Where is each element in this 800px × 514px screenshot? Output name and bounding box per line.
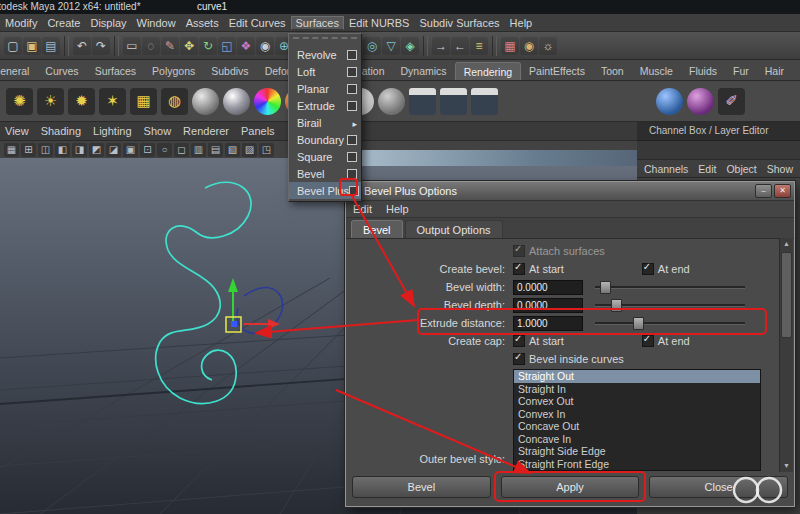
batch-render-icon[interactable] [471, 88, 498, 115]
make-live-icon[interactable]: ◈ [401, 37, 419, 55]
cap-at-end-checkbox[interactable] [642, 335, 654, 347]
isolate-select-icon[interactable]: ⊡ [140, 143, 155, 157]
menu-tearoff-handle[interactable] [293, 37, 357, 44]
new-scene-icon[interactable]: ▢ [4, 37, 22, 55]
extrude-distance-field[interactable]: 1.0000 [513, 316, 583, 331]
render-view-icon[interactable] [440, 88, 467, 115]
minimize-button[interactable]: – [755, 184, 772, 198]
scrollbar-thumb[interactable] [781, 252, 792, 338]
bevel-depth-field[interactable]: 0.0000 [513, 298, 583, 313]
four-pane-icon[interactable]: ⊞ [21, 143, 36, 157]
spot-light-icon[interactable]: ✶ [99, 88, 126, 115]
option-box-icon[interactable] [347, 67, 357, 77]
menu-window[interactable]: Window [132, 16, 181, 30]
style-option[interactable]: Straight Out [514, 370, 760, 383]
style-option[interactable]: Straight In [514, 383, 760, 396]
select-tool-icon[interactable]: ▭ [123, 37, 141, 55]
move-tool-icon[interactable]: ✥ [180, 37, 198, 55]
style-option[interactable]: Straight Front Edge [514, 458, 760, 471]
dialog-menu-edit[interactable]: Edit [346, 203, 379, 215]
shaded-icon[interactable]: ◩ [89, 143, 104, 157]
hypershade-icon[interactable] [656, 88, 683, 115]
ramp-shader-icon[interactable] [254, 88, 281, 115]
panel-menu-item[interactable]: Renderer [176, 125, 236, 137]
open-scene-icon[interactable]: ▣ [23, 37, 41, 55]
close-button[interactable]: Close [649, 476, 788, 498]
apply-button[interactable]: Apply [501, 476, 640, 498]
option-box-icon[interactable] [347, 169, 357, 179]
panel-menu-item[interactable]: View [0, 125, 36, 137]
undo-icon[interactable]: ↶ [73, 37, 91, 55]
option-box-icon[interactable] [347, 152, 357, 162]
menu-display[interactable]: Display [85, 16, 131, 30]
shelf-tab-rendering[interactable]: Rendering [455, 62, 521, 80]
render-settings-icon[interactable]: ☼ [539, 37, 557, 55]
grid-toggle-icon[interactable]: ▤ [208, 143, 223, 157]
bookmark-icon[interactable]: ▥ [191, 143, 206, 157]
menu-help[interactable]: Help [505, 16, 538, 30]
bevel-width-slider[interactable] [595, 281, 745, 293]
wireframe-icon[interactable]: ◨ [72, 143, 87, 157]
channel-box-tab[interactable]: Channels [644, 163, 688, 175]
rotate-tool-icon[interactable]: ↻ [199, 37, 217, 55]
volume-light-icon[interactable]: ◍ [161, 88, 188, 115]
output-connections-icon[interactable]: ← [451, 37, 469, 55]
menu-modify[interactable]: Modify [0, 16, 42, 30]
persp-outliner-icon[interactable]: ◫ [38, 143, 53, 157]
style-option[interactable]: Convex In [514, 408, 760, 421]
textured-icon[interactable]: ◪ [106, 143, 121, 157]
channel-box-tab[interactable]: Edit [698, 163, 716, 175]
shelf-tab-polygons[interactable]: Polygons [144, 62, 203, 80]
blinn-shader-icon[interactable] [223, 88, 250, 115]
lighting-icon[interactable]: ▣ [123, 143, 138, 157]
style-option[interactable]: Concave Out [514, 420, 760, 433]
close-window-button[interactable]: ✕ [774, 184, 791, 198]
option-box-icon[interactable] [347, 50, 357, 60]
area-light-icon[interactable]: ▦ [130, 88, 157, 115]
option-box-icon[interactable] [347, 84, 357, 94]
xray-icon[interactable]: ○ [157, 143, 172, 157]
soft-mod-icon[interactable]: ◉ [256, 37, 274, 55]
bevel-button[interactable]: Bevel [352, 476, 491, 498]
shelf-tab-painteffects[interactable]: PaintEffects [521, 62, 593, 80]
resolution-gate-icon[interactable]: ▨ [242, 143, 257, 157]
dialog-scrollbar[interactable]: ▲ ▼ [779, 238, 793, 472]
menu-edit-curves[interactable]: Edit Curves [224, 16, 291, 30]
move-manipulator[interactable] [226, 278, 280, 332]
option-box-icon[interactable] [352, 117, 357, 129]
cap-at-start-checkbox[interactable] [513, 335, 525, 347]
shelf-tab-hair[interactable]: Hair [757, 62, 792, 80]
surfaces-menu-loft[interactable]: Loft [289, 63, 361, 80]
attach-surfaces-checkbox[interactable] [513, 245, 525, 257]
panel-menu-item[interactable]: Show [137, 125, 179, 137]
lasso-tool-icon[interactable]: ◌ [142, 37, 160, 55]
panel-menu-item[interactable]: Shading [34, 125, 88, 137]
paint-brush-icon[interactable]: ✐ [718, 88, 745, 115]
bevel-inside-curves-checkbox[interactable] [513, 353, 525, 365]
dialog-menu-help[interactable]: Help [379, 203, 416, 215]
manip-y-arrow[interactable] [228, 278, 238, 292]
channel-box-tab[interactable]: Object [726, 163, 756, 175]
dialog-titlebar[interactable]: Bevel Plus Options – ✕ [346, 182, 794, 201]
universal-manip-icon[interactable]: ❖ [237, 37, 255, 55]
surfaces-menu-boundary[interactable]: Boundary [289, 131, 361, 148]
panel-menu-item[interactable]: Lighting [86, 125, 139, 137]
shelf-tab-subdivs[interactable]: Subdivs [203, 62, 256, 80]
shelf-tab-dynamics[interactable]: Dynamics [393, 62, 455, 80]
scale-tool-icon[interactable]: ◱ [218, 37, 236, 55]
surfaces-menu-extrude[interactable]: Extrude [289, 97, 361, 114]
snap-projected-icon[interactable]: ◎ [363, 37, 381, 55]
style-option[interactable]: Straight Side Edge [514, 445, 760, 458]
bevel-at-end-checkbox[interactable] [642, 263, 654, 275]
style-option[interactable]: Convex Out [514, 395, 760, 408]
save-scene-icon[interactable]: ▤ [42, 37, 60, 55]
shelf-tab-general[interactable]: General [0, 62, 37, 80]
extrude-distance-slider[interactable] [595, 317, 745, 329]
shelf-tab-fur[interactable]: Fur [725, 62, 757, 80]
hypergraph-pane-icon[interactable]: ◧ [55, 143, 70, 157]
option-box-icon[interactable] [347, 135, 357, 145]
menu-assets[interactable]: Assets [181, 16, 224, 30]
shelf-tab-fluids[interactable]: Fluids [681, 62, 725, 80]
paint-effects-ball-icon[interactable] [687, 88, 714, 115]
bevel-at-start-checkbox[interactable] [513, 263, 525, 275]
